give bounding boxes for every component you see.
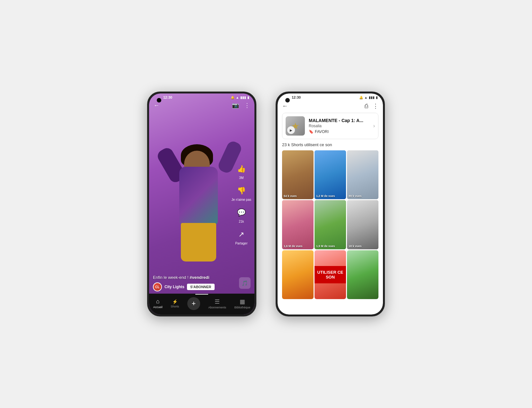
sound-favorite[interactable]: 🔖 FAVORI <box>309 129 369 134</box>
like-button[interactable]: 👍 3M <box>235 163 247 180</box>
nav-add[interactable]: + <box>187 297 200 310</box>
dislike-label: Je n'aime pas <box>232 198 251 201</box>
battery-icon: ▮ <box>247 96 249 99</box>
video-caption: Enfin le week-end ! #vendredi CL City Li… <box>153 275 235 291</box>
video-views-1: 64 k vues <box>284 194 297 198</box>
video-thumb-5[interactable]: 1,9 M de vues <box>315 200 346 249</box>
like-count: 3M <box>239 176 244 180</box>
nav-shorts-label: Shorts <box>171 305 179 308</box>
share-button[interactable]: ↗ Partager <box>235 228 247 245</box>
sound-info: MALAMENTE - Cap 1: A... Rosalia 🔖 FAVORI <box>309 118 369 134</box>
video-thumb-7[interactable] <box>282 250 314 299</box>
status-icons: 🔔 ▲ ▮▮▮ ▮ <box>231 96 249 99</box>
channel-name: City Lights <box>164 285 184 289</box>
comment-icon: 💬 <box>235 207 247 219</box>
shorts-icon: ⚡ <box>172 299 178 304</box>
subscribe-button[interactable]: S'ABONNER <box>187 284 215 290</box>
nav-underline <box>195 294 208 295</box>
status-bar: 12:30 🔔 ▲ ▮▮▮ ▮ <box>149 93 254 101</box>
pants <box>181 223 216 262</box>
library-icon: ▦ <box>240 298 245 305</box>
nav-home-label: Accueil <box>153 306 163 309</box>
top-bar-2: ← ⎙ ⋮ <box>278 101 383 113</box>
video-thumb-1[interactable]: 64 k vues <box>282 150 314 199</box>
video-views-5: 1,9 M de vues <box>316 244 335 248</box>
caption-text: Enfin le week-end ! #vendredi <box>153 275 235 280</box>
sound-card[interactable]: ★ ▶ MALAMENTE - Cap 1: A... Rosalia 🔖 FA… <box>282 113 378 139</box>
topbar-right: ⎙ ⋮ <box>365 102 378 110</box>
sound-detail-screen: 12:30 🔔 ▲ ▮▮▮ ▮ ← ⎙ ⋮ ★ ▶ <box>278 93 383 315</box>
sound-title: MALAMENTE - Cap 1: A... <box>309 118 369 123</box>
more-options-button-2[interactable]: ⋮ <box>373 102 378 110</box>
video-thumb-2[interactable]: 1,2 M de vues <box>315 150 346 199</box>
back-button[interactable]: ← <box>154 102 159 109</box>
video-thumb-3[interactable]: 89 k vues <box>347 150 378 199</box>
volume-button <box>255 132 256 148</box>
chevron-right-icon: › <box>373 123 375 129</box>
vibrate-icon: 🔔 <box>231 96 235 99</box>
top-bar: ← 📷 ⋮ <box>149 102 254 109</box>
share-label: Partager <box>235 242 247 245</box>
like-icon: 👍 <box>235 163 247 175</box>
nav-subscriptions-label: Abonnements <box>208 306 226 309</box>
nav-shorts[interactable]: ⚡ Shorts <box>171 299 179 308</box>
wifi-icon-2: ▲ <box>364 96 368 99</box>
signal-icon: ▮▮▮ <box>240 96 246 99</box>
camera-icon[interactable]: 📷 <box>232 102 239 109</box>
bookmark-icon: 🔖 <box>309 129 314 134</box>
video-grid: 64 k vues 1,2 M de vues 89 k vues 1,6 M … <box>282 150 378 299</box>
bottom-navigation: ⌂ Accueil ⚡ Shorts + ☰ Abonnements ▦ Bib… <box>149 294 254 315</box>
torso <box>179 167 218 225</box>
vibrate-icon-2: 🔔 <box>359 96 363 99</box>
power-button <box>147 126 148 137</box>
video-views-6: 18 k vues <box>349 244 362 248</box>
more-options-icon[interactable]: ⋮ <box>244 102 250 109</box>
share-icon: ↗ <box>235 228 247 241</box>
sound-usage-count: 23 k Shorts utilisent ce son <box>278 139 383 149</box>
volume-down-button-2 <box>276 140 277 151</box>
sound-artist: Rosalia <box>309 124 369 128</box>
nav-subscriptions[interactable]: ☰ Abonnements <box>208 298 226 309</box>
video-thumb-9[interactable] <box>347 250 378 299</box>
fav-label: FAVORI <box>315 129 329 134</box>
add-icon-circle: + <box>187 297 200 310</box>
subscriptions-icon: ☰ <box>215 298 220 305</box>
nav-library[interactable]: ▦ Bibliothèque <box>235 298 251 309</box>
channel-avatar: CL <box>153 282 162 291</box>
comment-count: 21k <box>239 220 244 223</box>
video-views-3: 89 k vues <box>349 194 362 198</box>
home-icon: ⌂ <box>156 298 160 305</box>
status-time-2: 12:30 <box>292 95 301 99</box>
person-figure <box>173 141 231 276</box>
wifi-icon: ▲ <box>236 96 239 99</box>
volume-down-button <box>147 140 148 151</box>
video-thumb-4[interactable]: 1,6 M de vues <box>282 200 314 249</box>
video-views-4: 1,6 M de vues <box>284 244 303 248</box>
music-icon: 🎵 <box>242 280 248 286</box>
play-button[interactable]: ▶ <box>287 126 295 134</box>
hashtag: #vendredi <box>190 275 209 280</box>
video-thumb-8[interactable]: UTILISER CE SON <box>315 250 346 299</box>
music-button[interactable]: 🎵 <box>239 277 251 289</box>
signal-icon-2: ▮▮▮ <box>369 96 375 99</box>
power-button-2 <box>276 126 277 137</box>
status-bar-2: 12:30 🔔 ▲ ▮▮▮ ▮ <box>278 93 383 101</box>
phone-1: 12:30 🔔 ▲ ▮▮▮ ▮ ← 📷 ⋮ 👍 3M 👎 <box>147 92 256 316</box>
dislike-button[interactable]: 👎 Je n'aime pas <box>232 185 251 201</box>
use-sound-button[interactable]: UTILISER CE SON <box>315 266 346 283</box>
video-thumb-6[interactable]: 18 k vues <box>347 200 378 249</box>
punch-hole-camera-2 <box>285 98 290 102</box>
shorts-player-screen: 12:30 🔔 ▲ ▮▮▮ ▮ ← 📷 ⋮ 👍 3M 👎 <box>149 93 254 315</box>
status-time: 12:30 <box>163 95 172 99</box>
nav-library-label: Bibliothèque <box>235 306 251 309</box>
share-button-2[interactable]: ⎙ <box>365 103 368 110</box>
punch-hole-camera <box>157 98 161 102</box>
comment-button[interactable]: 💬 21k <box>235 207 247 223</box>
dislike-icon: 👎 <box>235 185 247 197</box>
nav-home[interactable]: ⌂ Accueil <box>153 298 163 309</box>
sound-thumbnail: ★ ▶ <box>286 116 305 136</box>
video-views-2: 1,2 M de vues <box>316 194 335 198</box>
back-button-2[interactable]: ← <box>282 103 288 110</box>
battery-icon-2: ▮ <box>376 96 378 99</box>
topbar-left: ← <box>282 103 288 110</box>
